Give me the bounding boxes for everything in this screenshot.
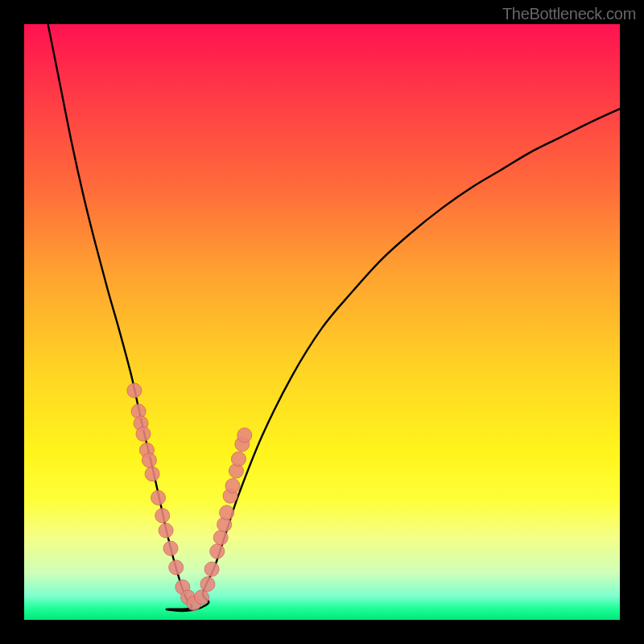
watermark-text: TheBottleneck.com bbox=[502, 5, 636, 23]
data-dot bbox=[204, 562, 219, 576]
plot-area bbox=[24, 24, 620, 620]
data-dot bbox=[159, 523, 173, 538]
data-dot bbox=[213, 530, 228, 545]
data-dot bbox=[151, 490, 166, 505]
data-dot bbox=[200, 577, 215, 592]
data-dot bbox=[220, 506, 234, 520]
data-dot bbox=[145, 467, 159, 481]
data-dot bbox=[237, 428, 252, 443]
curve-group bbox=[48, 24, 620, 611]
data-dot bbox=[210, 544, 225, 559]
dots-group bbox=[127, 383, 252, 610]
data-dot bbox=[231, 452, 246, 466]
v-curve bbox=[48, 24, 620, 611]
data-dot bbox=[225, 479, 240, 493]
chart-container: TheBottleneck.com bbox=[0, 0, 644, 644]
data-dot bbox=[155, 509, 170, 523]
data-dot bbox=[195, 590, 209, 605]
data-dot bbox=[163, 541, 178, 555]
data-dot bbox=[127, 383, 142, 398]
data-dot bbox=[169, 560, 184, 575]
data-dot bbox=[136, 427, 151, 441]
chart-svg bbox=[24, 24, 620, 620]
data-dot bbox=[142, 453, 156, 468]
